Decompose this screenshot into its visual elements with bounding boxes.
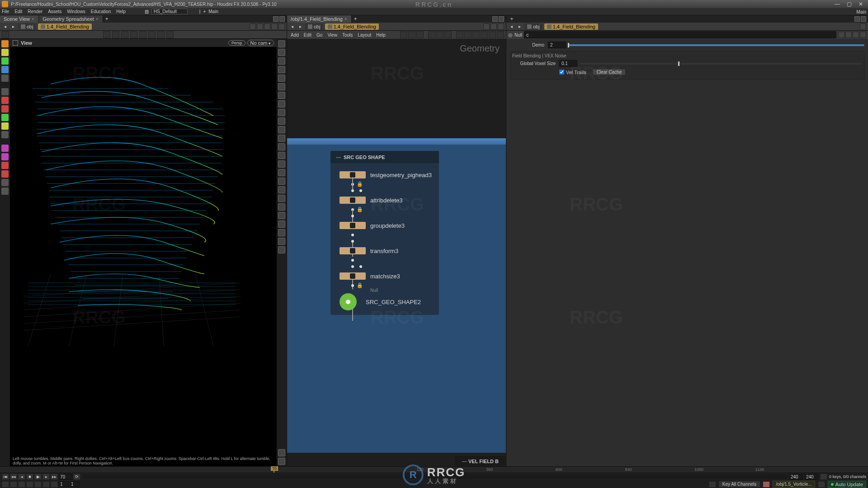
- shelf-main-label[interactable]: Main: [208, 9, 218, 14]
- anim-opt6-icon[interactable]: [42, 481, 50, 488]
- node-groupdelete[interactable]: groupdelete3: [340, 222, 439, 229]
- nav-back-icon[interactable]: ◂: [289, 23, 295, 30]
- disp-16-icon[interactable]: [278, 169, 285, 176]
- disp-1-icon[interactable]: [278, 40, 285, 47]
- shade-icon[interactable]: [130, 31, 137, 38]
- anim-opt4-icon[interactable]: [26, 481, 33, 488]
- disp-13-icon[interactable]: [278, 143, 285, 150]
- select-tool-icon[interactable]: [1, 88, 9, 95]
- disp-19-icon[interactable]: [278, 195, 285, 202]
- range-end1[interactable]: [789, 474, 803, 480]
- stop-button[interactable]: ■: [26, 474, 33, 480]
- range-end2[interactable]: [805, 474, 818, 480]
- scale-tool-icon[interactable]: [1, 97, 9, 104]
- nav-back-icon[interactable]: ◂: [2, 23, 8, 30]
- net-tool3-icon[interactable]: [416, 31, 424, 38]
- tab-close-icon[interactable]: ×: [344, 17, 347, 21]
- disp-23-icon[interactable]: [278, 229, 285, 236]
- menu-render[interactable]: Render: [28, 9, 42, 14]
- shelf-main-right[interactable]: Main: [856, 9, 866, 14]
- disp-15-icon[interactable]: [278, 160, 285, 168]
- snap-6-icon[interactable]: [1, 188, 9, 195]
- disp-5-icon[interactable]: [278, 75, 285, 82]
- anim-opt2-icon[interactable]: [10, 481, 17, 488]
- node-testgeometry[interactable]: testgeometry_pighead3 🔒: [340, 171, 439, 178]
- network-box-title[interactable]: —SRC GEO SHAPE: [330, 151, 439, 163]
- pane-menu-icon[interactable]: [854, 16, 860, 22]
- path-obj[interactable]: obj: [305, 23, 323, 30]
- parm-gear-icon[interactable]: [838, 32, 844, 38]
- net-menu-help[interactable]: Help: [374, 33, 387, 38]
- anim-opt3-icon[interactable]: [18, 481, 25, 488]
- trails-checkbox[interactable]: [559, 70, 564, 75]
- nav-back-icon[interactable]: ◂: [508, 23, 514, 30]
- parm-help-icon[interactable]: [853, 32, 859, 38]
- pane-max-icon[interactable]: [499, 16, 504, 22]
- net-menu-add[interactable]: Add: [289, 33, 301, 38]
- node-name-input[interactable]: [524, 31, 836, 38]
- clear-cache-button[interactable]: Clear Cache: [593, 69, 626, 75]
- first-frame-button[interactable]: ⏮: [2, 474, 9, 480]
- auto-update-toggle[interactable]: Auto Update: [828, 481, 866, 488]
- disp-17-icon[interactable]: [278, 178, 285, 185]
- network-box-title-bar[interactable]: [287, 138, 506, 145]
- persp-toggle[interactable]: Persp: [228, 40, 245, 46]
- disp-opt-icon[interactable]: [278, 458, 285, 465]
- net-tool1-icon[interactable]: [400, 31, 407, 38]
- disp-10-icon[interactable]: [278, 117, 285, 125]
- tl-opt1-icon[interactable]: [820, 474, 827, 480]
- menu-assets[interactable]: Assets: [48, 9, 61, 14]
- net-tool12-icon[interactable]: [497, 31, 504, 38]
- snap-2-icon[interactable]: [1, 153, 9, 160]
- select-icon[interactable]: [103, 31, 110, 38]
- ghost-icon[interactable]: [271, 23, 278, 30]
- minimize-button[interactable]: —: [832, 1, 843, 7]
- rotate-tool-icon[interactable]: [1, 105, 9, 113]
- disp-8-icon[interactable]: [278, 100, 285, 108]
- net-menu-edit[interactable]: Edit: [302, 33, 313, 38]
- move-tool-icon[interactable]: [1, 114, 9, 121]
- net-tool2-icon[interactable]: [408, 31, 415, 38]
- node-null-output[interactable]: Null SRC_GEO_SHAPE2: [340, 293, 439, 310]
- demo-slider[interactable]: [568, 44, 864, 46]
- net-menu-view[interactable]: View: [326, 33, 339, 38]
- path-obj[interactable]: obj: [524, 23, 542, 30]
- play-button[interactable]: ▶: [34, 474, 42, 480]
- menu-education[interactable]: Education: [91, 9, 111, 14]
- disp-7-icon[interactable]: [278, 92, 285, 99]
- pin-icon[interactable]: [278, 23, 285, 30]
- wire-icon[interactable]: [139, 31, 146, 38]
- disp-22-icon[interactable]: [278, 221, 285, 228]
- net-tool4-icon[interactable]: [428, 31, 435, 38]
- view-state-icon[interactable]: [1, 40, 9, 47]
- path-obj[interactable]: obj: [18, 23, 36, 30]
- path-opt2-icon[interactable]: [257, 23, 263, 30]
- cooking-status[interactable]: /obj/1.5_Vorticle...: [773, 481, 815, 488]
- disp-11-icon[interactable]: [278, 126, 285, 133]
- maximize-button[interactable]: ▢: [844, 1, 854, 7]
- tool-5-icon[interactable]: [1, 75, 9, 82]
- net-opt2-icon[interactable]: [491, 23, 497, 30]
- parm-pin-icon[interactable]: [860, 23, 866, 30]
- anim-opt7-icon[interactable]: [51, 481, 58, 488]
- net-tool6-icon[interactable]: [444, 31, 452, 38]
- tab-close-icon[interactable]: ×: [96, 17, 98, 21]
- camera-toggle[interactable]: No cam ▾: [247, 40, 274, 46]
- tab-geo-spreadsheet[interactable]: Geometry Spreadsheet×: [39, 15, 103, 23]
- nav-fwd-icon[interactable]: ▸: [516, 23, 523, 30]
- snap-4-icon[interactable]: [1, 170, 9, 178]
- disp-4-icon[interactable]: [278, 66, 285, 73]
- voxel-slider[interactable]: [579, 63, 862, 65]
- path-node[interactable]: 1.4_Field_Blending: [544, 23, 598, 30]
- snap-3-icon[interactable]: [1, 162, 9, 169]
- select-box-icon[interactable]: [121, 31, 128, 38]
- tab-network-path[interactable]: /obj/1.4_Field_Blending×: [287, 15, 352, 23]
- tool-x-icon[interactable]: [1, 131, 9, 138]
- disp-25-icon[interactable]: [278, 246, 285, 253]
- path-opt3-icon[interactable]: [264, 23, 270, 30]
- cur-frame-input[interactable]: [59, 474, 72, 480]
- node-matchsize[interactable]: matchsize3 🔒: [340, 272, 439, 280]
- voxel-input[interactable]: [559, 60, 577, 67]
- pane-max-icon[interactable]: [861, 16, 866, 22]
- key-all-button[interactable]: Key All Channels: [719, 481, 760, 487]
